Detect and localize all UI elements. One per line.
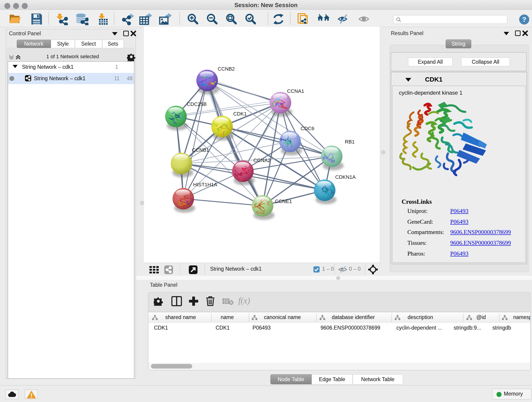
svg-text:CDC6: CDC6: [301, 126, 314, 131]
svg-text:CDKN1A: CDKN1A: [335, 174, 356, 180]
svg-text:CCNB1: CCNB1: [192, 147, 209, 153]
svg-text:RB1: RB1: [345, 139, 355, 145]
svg-text:CCNE1: CCNE1: [275, 198, 292, 204]
svg-text:CCNA2: CCNA2: [253, 157, 271, 163]
svg-text:CCNB2: CCNB2: [218, 66, 235, 72]
svg-text:HIST1H1A: HIST1H1A: [193, 182, 217, 187]
svg-text:CCNA1: CCNA1: [287, 88, 304, 94]
svg-text:CDC25B: CDC25B: [187, 101, 207, 107]
svg-text:CDK1: CDK1: [233, 111, 247, 117]
